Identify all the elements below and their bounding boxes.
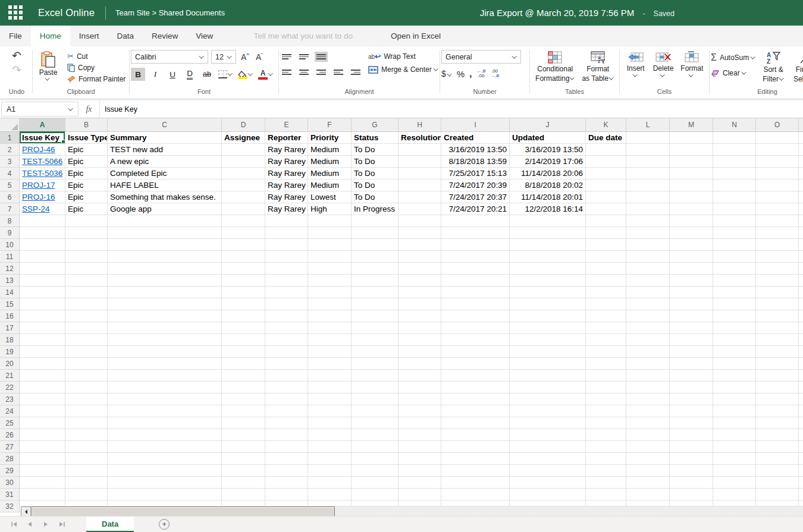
cell-D8[interactable] (222, 215, 265, 227)
cell-E26[interactable] (265, 429, 308, 441)
cell-D13[interactable] (222, 275, 265, 287)
cell-F10[interactable] (308, 239, 352, 251)
document-title[interactable]: Jira Export @ March 20, 2019 7:56 PM (480, 8, 635, 18)
cell-C25[interactable] (108, 417, 222, 429)
cell-N19[interactable] (713, 346, 756, 358)
row-header-4[interactable]: 4 (0, 168, 20, 180)
cell-G23[interactable] (352, 394, 399, 405)
cell-M3[interactable] (670, 156, 713, 168)
sort-filter-button[interactable]: AZ Sort & Filter (760, 50, 786, 83)
name-box[interactable]: A1 (1, 102, 79, 117)
cell-O29[interactable] (756, 465, 799, 477)
cell-L17[interactable] (626, 322, 670, 334)
cell-D9[interactable] (222, 227, 265, 239)
cell-F1[interactable]: Priority (308, 132, 352, 144)
cell-B24[interactable] (65, 405, 108, 417)
cell-G21[interactable] (352, 370, 399, 382)
cell-D4[interactable] (222, 168, 265, 180)
cell-M5[interactable] (670, 180, 713, 191)
cell-E3[interactable]: Ray Rarey (265, 156, 308, 168)
cell-A12[interactable] (20, 263, 65, 275)
cell-F22[interactable] (308, 382, 352, 394)
cell-L6[interactable] (626, 191, 670, 203)
cell-M16[interactable] (670, 310, 713, 322)
cell-I30[interactable] (441, 477, 510, 489)
cell-F25[interactable] (308, 417, 352, 429)
cell-I5[interactable]: 7/24/2017 20:39 (441, 180, 510, 191)
cell-L31[interactable] (626, 489, 670, 500)
cell-H3[interactable] (399, 156, 441, 168)
cell-G13[interactable] (352, 275, 399, 287)
row-header-16[interactable]: 16 (0, 310, 20, 322)
cell-A8[interactable] (20, 215, 65, 227)
cell-I16[interactable] (441, 310, 510, 322)
cell-I29[interactable] (441, 465, 510, 477)
cell-K2[interactable] (586, 144, 626, 156)
cell-G18[interactable] (352, 334, 399, 346)
cell-H4[interactable] (399, 168, 441, 180)
cell-H6[interactable] (399, 191, 441, 203)
cell-C4[interactable]: Completed Epic (108, 168, 222, 180)
cell-J11[interactable] (510, 251, 586, 263)
cell-L27[interactable] (626, 441, 670, 453)
column-header-M[interactable]: M (670, 118, 713, 132)
redo-button[interactable]: ↷ (12, 64, 21, 76)
sheet-tab-data[interactable]: Data (86, 517, 134, 532)
row-header-1[interactable]: 1 (0, 132, 20, 144)
cell-E28[interactable] (265, 453, 308, 465)
cell-O23[interactable] (756, 394, 799, 405)
cell-K25[interactable] (586, 417, 626, 429)
cell-N3[interactable] (713, 156, 756, 168)
cell-C27[interactable] (108, 441, 222, 453)
cell-M12[interactable] (670, 263, 713, 275)
cell-N26[interactable] (713, 429, 756, 441)
cell-C11[interactable] (108, 251, 222, 263)
cell-D20[interactable] (222, 358, 265, 370)
cell-M4[interactable] (670, 168, 713, 180)
cell-L30[interactable] (626, 477, 670, 489)
cell-O10[interactable] (756, 239, 799, 251)
cell-A21[interactable] (20, 370, 65, 382)
row-header-24[interactable]: 24 (0, 405, 20, 417)
cell-K19[interactable] (586, 346, 626, 358)
cell-C30[interactable] (108, 477, 222, 489)
next-sheet-button[interactable] (42, 520, 50, 528)
cell-K21[interactable] (586, 370, 626, 382)
cell-A20[interactable] (20, 358, 65, 370)
cell-K11[interactable] (586, 251, 626, 263)
cell-I1[interactable]: Created (441, 132, 510, 144)
cell-A24[interactable] (20, 405, 65, 417)
font-size-select[interactable]: 12 (211, 50, 236, 64)
cell-J20[interactable] (510, 358, 586, 370)
cell-A6[interactable]: PROJ-16 (20, 191, 65, 203)
cell-J5[interactable]: 8/18/2018 20:02 (510, 180, 586, 191)
cell-O27[interactable] (756, 441, 799, 453)
cell-G6[interactable]: To Do (352, 191, 399, 203)
fill-color-button[interactable] (237, 70, 254, 79)
scrollbar-thumb[interactable] (32, 506, 335, 516)
cell-A3[interactable]: TEST-5066 (20, 156, 65, 168)
cell-M31[interactable] (670, 489, 713, 500)
cell-E30[interactable] (265, 477, 308, 489)
format-painter-button[interactable]: Format Painter (67, 75, 126, 83)
cell-K18[interactable] (586, 334, 626, 346)
row-header-11[interactable]: 11 (0, 251, 20, 263)
cell-F12[interactable] (308, 263, 352, 275)
cell-K16[interactable] (586, 310, 626, 322)
column-header-F[interactable]: F (308, 118, 352, 132)
cell-H17[interactable] (399, 322, 441, 334)
cell-H12[interactable] (399, 263, 441, 275)
cell-M20[interactable] (670, 358, 713, 370)
cell-M13[interactable] (670, 275, 713, 287)
cell-M14[interactable] (670, 287, 713, 298)
cell-J8[interactable] (510, 215, 586, 227)
cell-K15[interactable] (586, 298, 626, 310)
cell-A2[interactable]: PROJ-46 (20, 144, 65, 156)
cell-H13[interactable] (399, 275, 441, 287)
cell-O22[interactable] (756, 382, 799, 394)
cell-K27[interactable] (586, 441, 626, 453)
cell-J31[interactable] (510, 489, 586, 500)
cell-G20[interactable] (352, 358, 399, 370)
cell-J29[interactable] (510, 465, 586, 477)
cell-B31[interactable] (65, 489, 108, 500)
